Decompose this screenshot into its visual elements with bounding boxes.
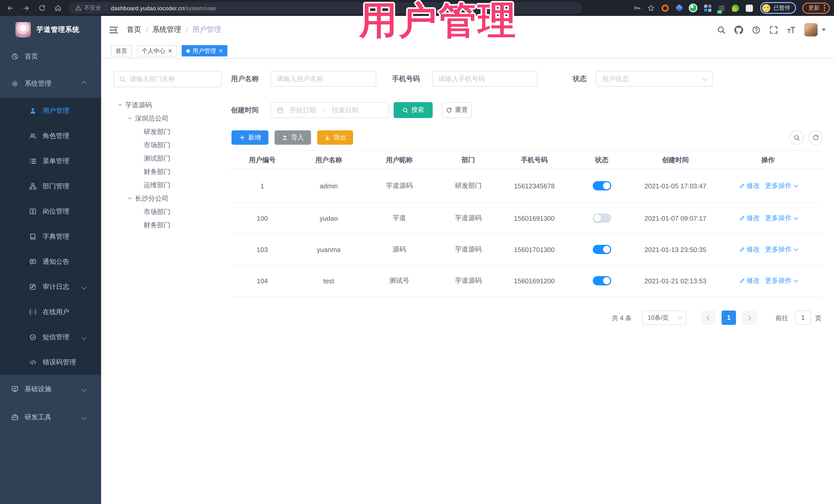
sidebar-item-sms-management[interactable]: 短信管理 bbox=[0, 324, 101, 350]
sidebar-item-home[interactable]: 首页 bbox=[0, 44, 101, 69]
tree-node[interactable]: 市场部门 bbox=[113, 138, 224, 152]
tree-node[interactable]: 研发部门 bbox=[113, 125, 224, 138]
tree-node[interactable]: 运维部门 bbox=[113, 179, 224, 192]
more-actions-link[interactable]: 更多操作 bbox=[765, 214, 797, 223]
page-unit-label: 页 bbox=[815, 314, 821, 328]
tag-home[interactable]: 首页 bbox=[111, 45, 132, 57]
breadcrumb-system[interactable]: 系统管理 bbox=[152, 25, 181, 35]
username-input[interactable] bbox=[277, 75, 370, 83]
created-time-label: 创建时间 bbox=[231, 102, 259, 118]
more-actions-link[interactable]: 更多操作 bbox=[765, 276, 797, 285]
password-key-icon[interactable] bbox=[633, 4, 641, 12]
browser-profile-chip[interactable]: 已暂停 bbox=[760, 2, 796, 14]
status-toggle[interactable] bbox=[593, 181, 611, 191]
tree-node[interactable]: 长沙分公司 bbox=[113, 192, 224, 205]
extension-orange-ring-icon[interactable] bbox=[662, 4, 669, 12]
tree-caret-icon[interactable] bbox=[128, 198, 132, 202]
tree-node[interactable]: 测试部门 bbox=[113, 152, 224, 165]
page-number-button[interactable]: 1 bbox=[722, 310, 736, 325]
tree-node[interactable]: 财务部门 bbox=[113, 219, 224, 232]
status-toggle[interactable] bbox=[593, 245, 611, 254]
table-refresh-button[interactable] bbox=[808, 130, 823, 145]
sidebar-item-online-users[interactable]: 在线用户 bbox=[0, 299, 101, 324]
tag-label: 用户管理 bbox=[193, 47, 216, 54]
sidebar-item-audit-log[interactable]: 审计日志 bbox=[0, 274, 101, 299]
user-menu-caret-icon[interactable] bbox=[822, 29, 826, 33]
sidebar-item-dev-tools[interactable]: 研发工具 bbox=[0, 403, 101, 431]
sidebar-item-system[interactable]: 系统管理 bbox=[0, 69, 101, 98]
edit-link[interactable]: 修改 bbox=[746, 245, 760, 254]
add-button[interactable]: 新增 bbox=[232, 130, 268, 145]
app-frame: 芋道管理系统 首页 系统管理 用户管理 角色管理 bbox=[0, 16, 834, 504]
tree-node[interactable]: 芋道源码 bbox=[113, 98, 224, 112]
dept-search-input[interactable] bbox=[130, 75, 216, 83]
sidebar-item-role-management[interactable]: 角色管理 bbox=[0, 123, 101, 148]
tree-node[interactable]: 财务部门 bbox=[113, 165, 224, 179]
more-actions-link[interactable]: 更多操作 bbox=[765, 245, 797, 254]
address-bar[interactable]: 不安全 dashboard.yudao.iocoder.cn/system/us… bbox=[69, 2, 582, 14]
sidebar-collapse-button[interactable] bbox=[109, 26, 118, 34]
prev-page-button[interactable] bbox=[701, 310, 716, 325]
date-range-picker[interactable]: 开始日期 - 结束日期 bbox=[270, 102, 389, 118]
extension-list-icon[interactable]: on bbox=[718, 4, 725, 12]
browser-home-button[interactable] bbox=[52, 2, 64, 14]
sidebar-item-user-management[interactable]: 用户管理 bbox=[0, 98, 101, 123]
extension-green-circle-icon[interactable] bbox=[689, 4, 698, 12]
user-avatar[interactable] bbox=[804, 23, 817, 37]
reset-button[interactable]: 重置 bbox=[442, 102, 471, 118]
sidebar-item-infrastructure[interactable]: 基础设施 bbox=[0, 375, 101, 403]
edit-link[interactable]: 修改 bbox=[746, 214, 760, 223]
cell-user-id: 103 bbox=[231, 246, 293, 253]
extension-leaf-icon[interactable] bbox=[732, 4, 739, 12]
tree-node[interactable]: 市场部门 bbox=[113, 205, 224, 219]
sidebar-item-menu-management[interactable]: 菜单管理 bbox=[0, 148, 101, 174]
export-button[interactable]: 导出 bbox=[317, 130, 353, 145]
breadcrumb-home[interactable]: 首页 bbox=[127, 25, 141, 35]
dept-search-box bbox=[113, 71, 222, 87]
bookmark-star-icon[interactable] bbox=[647, 4, 655, 12]
app-logo[interactable]: 芋道管理系统 bbox=[0, 16, 101, 44]
fullscreen-icon[interactable] bbox=[769, 25, 778, 34]
mobile-input[interactable] bbox=[438, 75, 531, 83]
date-end-placeholder: 结束日期 bbox=[329, 106, 361, 115]
sidebar-item-dict-management[interactable]: 字典管理 bbox=[0, 224, 101, 249]
sidebar-item-error-code[interactable]: 错误码管理 bbox=[0, 350, 101, 375]
extensions-puzzle-icon[interactable] bbox=[746, 4, 753, 12]
font-size-icon[interactable] bbox=[787, 25, 795, 34]
github-icon[interactable] bbox=[734, 25, 743, 34]
next-page-button[interactable] bbox=[742, 310, 756, 325]
sidebar-item-notice[interactable]: 通知公告 bbox=[0, 249, 101, 274]
header-search-icon[interactable] bbox=[717, 25, 726, 34]
edit-link[interactable]: 修改 bbox=[746, 276, 760, 285]
status-toggle[interactable] bbox=[593, 214, 611, 223]
table-search-toggle-button[interactable] bbox=[789, 130, 804, 145]
help-icon[interactable] bbox=[752, 25, 761, 34]
page-size-select[interactable]: 10条/页 bbox=[642, 310, 686, 325]
tag-profile[interactable]: 个人中心 bbox=[137, 45, 177, 57]
browser-back-button[interactable] bbox=[4, 2, 16, 14]
tree-node[interactable]: 深圳总公司 bbox=[113, 112, 224, 125]
tree-caret-icon[interactable] bbox=[118, 104, 122, 108]
browser-update-button[interactable]: 更新 bbox=[802, 2, 830, 14]
browser-menu-kebab-icon[interactable] bbox=[824, 7, 825, 9]
sidebar-item-post-management[interactable]: 岗位管理 bbox=[0, 199, 101, 224]
tree-caret-icon[interactable] bbox=[128, 117, 132, 122]
cell-created-time: 2021-01-07 09:07:17 bbox=[637, 214, 714, 222]
status-select[interactable]: 用户状态 bbox=[596, 71, 713, 87]
breadcrumb: 首页 / 系统管理 / 用户管理 bbox=[127, 25, 221, 35]
browser-forward-button[interactable] bbox=[20, 2, 32, 14]
tag-user-management[interactable]: 用户管理 bbox=[182, 45, 227, 57]
browser-reload-button[interactable] bbox=[36, 2, 48, 14]
search-button[interactable]: 搜索 bbox=[394, 102, 433, 118]
extension-blue-gem-icon[interactable] bbox=[675, 4, 683, 12]
sidebar-item-dept-management[interactable]: 部门管理 bbox=[0, 174, 101, 199]
more-actions-link[interactable]: 更多操作 bbox=[765, 181, 797, 191]
tree-node-label: 长沙分公司 bbox=[135, 194, 168, 203]
import-button[interactable]: 导入 bbox=[275, 130, 311, 145]
extension-grid-icon[interactable] bbox=[704, 4, 711, 12]
close-icon[interactable] bbox=[168, 49, 172, 53]
close-icon[interactable] bbox=[219, 49, 223, 53]
edit-link[interactable]: 修改 bbox=[746, 181, 760, 191]
status-toggle[interactable] bbox=[593, 276, 611, 285]
goto-page-input[interactable] bbox=[795, 310, 811, 325]
